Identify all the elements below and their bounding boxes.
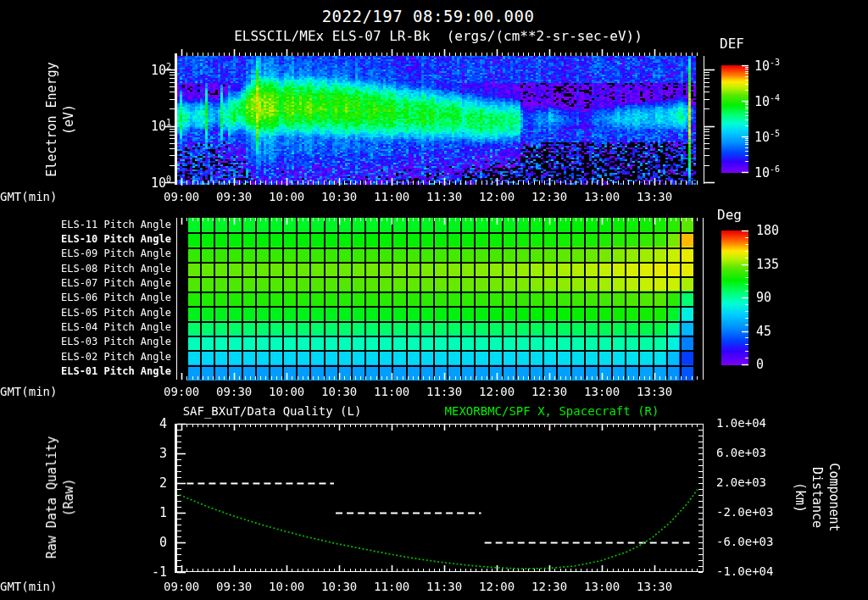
def-tick-label: 10-6 — [754, 164, 780, 181]
x-tick-label: 11:30 — [415, 190, 473, 203]
pitch-row-label: ELS-04 Pitch Angle — [0, 321, 171, 333]
line-panel-title-left: SAF_BXuT/Data Quality (L) — [183, 404, 362, 418]
x-tick-label: 13:00 — [573, 580, 631, 593]
deg-tick-label: 135 — [756, 257, 779, 272]
def-colorbar-title: DEF — [720, 36, 744, 52]
deg-tick-label: 180 — [756, 223, 779, 238]
quality-tick-label: 2 — [127, 475, 167, 491]
energy-tick-label: 102 — [110, 62, 171, 78]
deg-tick-label: 90 — [756, 290, 771, 305]
line-panel-title-right: MEXORBMC/SPF X, Spacecraft (R) — [445, 404, 659, 418]
deg-tick-label: 0 — [756, 357, 764, 372]
x-tick-label: 09:30 — [205, 190, 263, 203]
x-tick-label: 12:30 — [520, 580, 578, 593]
pitch-row-label: ELS-06 Pitch Angle — [0, 292, 171, 303]
title-datetime: 2022/197 08:59:00.000 — [322, 7, 535, 25]
def-tick-label: 10-4 — [754, 93, 780, 109]
x-tick-label: 12:30 — [520, 385, 578, 398]
distance-tick-label: -1.0e+04 — [716, 564, 773, 578]
x-tick-label: 10:00 — [258, 385, 315, 398]
x-tick-label: 09:30 — [205, 385, 263, 398]
distance-y-axis-label: Component Distance (km) — [792, 463, 843, 531]
pitch-row-label: ELS-02 Pitch Angle — [0, 351, 171, 363]
gmt-axis-label: GMT(min) — [0, 190, 57, 203]
x-tick-label: 11:30 — [415, 385, 473, 398]
x-tick-label: 11:00 — [363, 190, 420, 203]
x-tick-label: 09:30 — [205, 580, 263, 593]
x-tick-label: 12:00 — [468, 385, 526, 398]
spectrogram-y-axis-label: Electron Energy (eV) — [43, 62, 77, 176]
deg-colorbar-title: Deg — [717, 207, 742, 223]
pitch-row-label: ELS-11 Pitch Angle — [0, 219, 171, 231]
plot-viewer: 2022/197 08:59:00.000 ELSSCIL/MEx ELS-07… — [0, 0, 868, 600]
energy-tick-label: 100 — [110, 175, 171, 191]
title-instrument: ELSSCIL/MEx ELS-07 LR-Bk (ergs/(cm**2-sr… — [234, 28, 643, 44]
energy-tick-label: 101 — [110, 118, 171, 134]
x-tick-label: 12:30 — [520, 190, 578, 203]
x-tick-label: 12:00 — [468, 580, 526, 593]
x-tick-label: 10:30 — [310, 190, 368, 203]
x-tick-label: 10:00 — [258, 190, 315, 203]
quality-tick-label: -1 — [127, 564, 167, 580]
distance-tick-label: 2.0e+03 — [716, 475, 766, 489]
x-tick-label: 09:00 — [153, 385, 210, 398]
x-tick-label: 10:30 — [310, 580, 368, 593]
pitch-row-label: ELS-01 Pitch Angle — [0, 365, 171, 377]
distance-tick-label: -6.0e+03 — [716, 535, 773, 548]
pitch-row-label: ELS-05 Pitch Angle — [0, 307, 171, 319]
x-tick-label: 11:30 — [415, 580, 473, 593]
x-tick-label: 10:00 — [258, 580, 315, 593]
x-tick-label: 11:00 — [363, 385, 420, 398]
pitch-row-label: ELS-07 Pitch Angle — [0, 277, 171, 289]
gmt-axis-label: GMT(min) — [0, 580, 57, 593]
x-tick-label: 12:00 — [468, 190, 526, 203]
x-tick-label: 13:30 — [626, 385, 683, 398]
distance-tick-label: 1.0e+04 — [716, 416, 766, 430]
x-tick-label: 10:30 — [310, 385, 368, 398]
x-tick-label: 13:30 — [626, 190, 683, 203]
x-tick-label: 09:00 — [153, 580, 210, 593]
def-tick-label: 10-3 — [754, 58, 780, 74]
pitch-row-label: ELS-08 Pitch Angle — [0, 263, 171, 275]
quality-y-axis-label: Raw Data Quality (Raw) — [43, 436, 77, 559]
def-tick-label: 10-5 — [754, 129, 780, 145]
quality-tick-label: 1 — [127, 505, 167, 520]
pitch-row-label: ELS-03 Pitch Angle — [0, 336, 171, 347]
deg-tick-label: 45 — [756, 324, 771, 339]
quality-tick-label: 0 — [127, 535, 167, 550]
quality-tick-label: 4 — [127, 416, 167, 431]
x-tick-label: 13:30 — [626, 580, 683, 593]
pitch-row-label: ELS-09 Pitch Angle — [0, 247, 171, 259]
x-tick-label: 11:00 — [363, 580, 420, 593]
x-tick-label: 09:00 — [153, 190, 210, 203]
quality-tick-label: 3 — [127, 446, 167, 461]
gmt-axis-label: GMT(min) — [0, 385, 57, 398]
x-tick-label: 13:00 — [573, 190, 631, 203]
distance-tick-label: -2.0e+03 — [716, 505, 773, 519]
pitch-row-label: ELS-10 Pitch Angle — [0, 233, 171, 245]
distance-tick-label: 6.0e+03 — [716, 446, 766, 459]
x-tick-label: 13:00 — [573, 385, 631, 398]
